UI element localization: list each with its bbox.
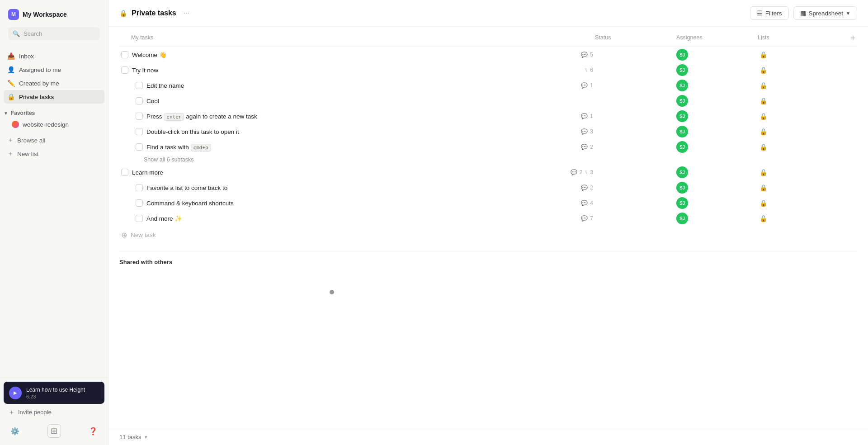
avatar: SJ [676, 141, 688, 153]
task-checkbox[interactable] [136, 82, 143, 89]
table-row[interactable]: Cool SJ 🔒 [119, 93, 857, 109]
table-row[interactable]: Try it now ⑊ 6 SJ 🔒 [119, 62, 857, 78]
sidebar-item-assigned-label: Assigned to me [19, 66, 61, 73]
task-checkbox[interactable] [136, 184, 143, 191]
sidebar-item-created[interactable]: ✏️ Created by me [4, 76, 104, 90]
website-redesign-label: website-redesign [23, 121, 69, 128]
tasks-count-chevron-icon[interactable]: ▾ [145, 434, 147, 440]
table-row[interactable]: Edit the name 💬 1 SJ 🔒 [119, 78, 857, 93]
comment-icon: 💬 [571, 169, 577, 175]
task-assignees: SJ [676, 49, 758, 61]
task-assignees: SJ [676, 182, 758, 194]
table-row[interactable]: Welcome 👋 💬 5 SJ 🔒 [119, 47, 857, 62]
favorites-section-header[interactable]: ▼ Favorites [0, 105, 108, 118]
task-checkbox[interactable] [121, 169, 128, 176]
task-checkbox[interactable] [136, 128, 143, 135]
task-checkbox[interactable] [136, 215, 143, 222]
task-name: Cool [146, 98, 593, 104]
column-assignees: Assignees [676, 34, 758, 41]
task-lists: 🔒 [758, 199, 839, 207]
header-lock-icon: 🔒 [119, 9, 127, 17]
help-icon[interactable]: ❓ [86, 424, 100, 438]
task-meta: 💬 7 [581, 215, 593, 222]
filters-button[interactable]: ☰ Filters [750, 6, 789, 20]
sidebar-item-private-tasks[interactable]: 🔒 Private tasks [4, 90, 104, 104]
subtask-icon: ⑊ [585, 67, 588, 73]
task-checkbox[interactable] [121, 51, 128, 58]
new-list-label: New list [17, 151, 38, 157]
task-name: Try it now [132, 67, 579, 74]
avatar: SJ [676, 80, 688, 91]
header-left: 🔒 Private tasks ··· [119, 8, 192, 19]
main-content: 🔒 Private tasks ··· ☰ Filters ▦ Spreadsh… [108, 0, 868, 445]
task-lists: 🔒 [758, 215, 839, 222]
task-checkbox[interactable] [136, 113, 143, 120]
spreadsheet-button[interactable]: ▦ Spreadsheet ▼ [793, 6, 857, 20]
header-right: ☰ Filters ▦ Spreadsheet ▼ [750, 6, 857, 20]
browse-all-button[interactable]: ＋ Browse all [4, 133, 104, 147]
avatar: SJ [676, 64, 688, 76]
table-row[interactable]: Learn more 💬 2 ⑊ 3 SJ 🔒 [119, 165, 857, 180]
comment-icon: 💬 [581, 200, 588, 206]
task-meta: 💬 1 [581, 82, 593, 89]
task-assignees: SJ [676, 166, 758, 178]
new-list-button[interactable]: ＋ New list [4, 147, 104, 161]
avatar: SJ [676, 166, 688, 178]
avatar: SJ [676, 110, 688, 122]
learn-info: Learn how to use Height 6:23 [26, 386, 85, 399]
invite-people-button[interactable]: ＋ Invite people [4, 405, 104, 420]
task-lists: 🔒 [758, 97, 839, 104]
avatar: SJ [676, 197, 688, 209]
sidebar-item-assigned[interactable]: 👤 Assigned to me [4, 63, 104, 76]
task-lists: 🔒 [758, 128, 839, 135]
comment-icon: 💬 [581, 52, 588, 58]
new-task-button[interactable]: ⊕ New task [119, 226, 857, 244]
table-row[interactable]: And more ✨ 💬 7 SJ 🔒 [119, 211, 857, 226]
task-name: And more ✨ [146, 215, 576, 222]
search-bar[interactable]: 🔍 Search [8, 27, 100, 40]
new-workspace-button[interactable]: ⊞ [47, 424, 61, 438]
settings-icon[interactable]: ⚙️ [8, 424, 22, 438]
comment-count: 2 [580, 169, 583, 175]
task-checkbox[interactable] [136, 199, 143, 207]
task-cell-name: Find a task with cmd+p 💬 2 [119, 141, 595, 153]
task-assignees: SJ [676, 197, 758, 209]
workspace-header[interactable]: M My Workspace [6, 5, 102, 24]
task-checkbox[interactable] [121, 66, 128, 74]
filters-label: Filters [765, 10, 782, 17]
spreadsheet-chevron-icon: ▼ [846, 11, 850, 16]
table-row[interactable]: Favorite a list to come back to 💬 2 SJ 🔒 [119, 180, 857, 195]
learn-title: Learn how to use Height [26, 386, 85, 394]
task-meta: ⑊ 6 [585, 67, 593, 73]
tasks-count: 11 tasks [119, 434, 141, 440]
table-row[interactable]: Double-click on this task to open it 💬 3… [119, 124, 857, 139]
page-title: Private tasks [132, 9, 176, 17]
task-lists: 🔒 [758, 82, 839, 89]
sidebar-item-website-redesign[interactable]: website-redesign [0, 118, 108, 131]
more-options-button[interactable]: ··· [181, 8, 192, 19]
sidebar-item-inbox[interactable]: 📥 Inbox [4, 49, 104, 63]
sidebar-item-private-tasks-label: Private tasks [19, 94, 54, 100]
task-cell-name: Double-click on this task to open it 💬 3 [119, 126, 595, 137]
comment-icon: 💬 [581, 113, 588, 119]
task-checkbox[interactable] [136, 97, 143, 104]
subtask-count: 3 [590, 169, 593, 175]
assigned-icon: 👤 [7, 66, 15, 73]
new-task-label: New task [131, 232, 156, 238]
table-row[interactable]: Find a task with cmd+p 💬 2 SJ 🔒 [119, 139, 857, 155]
browse-all-label: Browse all [17, 137, 45, 144]
table-footer: 11 tasks ▾ [108, 429, 868, 445]
subtask-count: 6 [590, 67, 593, 73]
task-checkbox[interactable] [136, 143, 143, 151]
learn-duration: 6:23 [26, 394, 85, 399]
table-row[interactable]: Command & keyboard shortcuts 💬 4 SJ 🔒 [119, 195, 857, 211]
avatar: SJ [676, 49, 688, 61]
show-subtasks-button[interactable]: Show all 6 subtasks [119, 155, 857, 165]
add-column-button[interactable]: ＋ [839, 32, 857, 43]
search-placeholder: Search [24, 30, 42, 37]
favorites-label: Favorites [11, 110, 35, 116]
learn-card[interactable]: ▶ Learn how to use Height 6:23 [4, 382, 104, 404]
browse-all-icon: ＋ [7, 136, 14, 144]
play-button[interactable]: ▶ [9, 387, 22, 399]
table-row[interactable]: Press enter again to create a new task 💬… [119, 109, 857, 124]
